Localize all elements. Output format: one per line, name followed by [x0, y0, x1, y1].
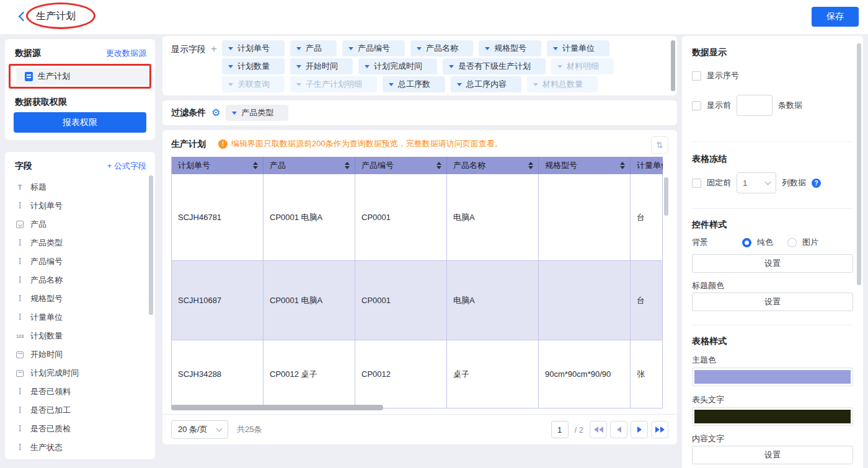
sort-arrows-icon[interactable]: [436, 162, 441, 169]
column-header[interactable]: 计量单位: [631, 157, 663, 174]
table-row[interactable]: SCJH10687 CP0001 电脑A CP0001 电脑A 台: [172, 261, 663, 340]
preview-table: 计划单号 产品 产品编号 产品名称 规格型号 计量单位 SCJH46781 CP…: [171, 157, 663, 408]
field-item[interactable]: 开始时间: [5, 345, 149, 364]
field-item[interactable]: 是否已加工: [5, 401, 149, 420]
table-cell: [539, 174, 631, 261]
back-icon[interactable]: [19, 12, 29, 22]
field-chip-disabled[interactable]: 材料明细: [551, 58, 614, 74]
field-item[interactable]: 规格型号: [5, 289, 149, 308]
display-fields-scrollbar[interactable]: [671, 40, 675, 91]
last-page-button[interactable]: [651, 421, 668, 438]
field-label: 生产状态: [30, 442, 63, 453]
field-item[interactable]: 计划单号: [5, 196, 149, 215]
field-item[interactable]: 计划数量: [5, 327, 149, 345]
text-icon: [15, 294, 25, 303]
freeze-row: 固定前 1 列数据 ?: [692, 172, 821, 193]
add-formula-field-link[interactable]: + 公式字段: [107, 161, 146, 172]
field-chip[interactable]: 总工序数: [383, 76, 445, 92]
datasource-item[interactable]: 生产计划: [16, 68, 151, 85]
field-item[interactable]: 计划完成时间: [5, 364, 149, 382]
field-chip[interactable]: 产品编号: [342, 40, 405, 56]
fields-scrollbar[interactable]: [149, 175, 153, 315]
field-item[interactable]: 产品名称: [5, 271, 149, 289]
freeze-checkbox[interactable]: [692, 179, 701, 188]
caret-down-icon: [228, 65, 233, 68]
notice-text: 编辑界面只取数据源前200条作为查询数据预览，完整数据请访问页面查看。: [231, 138, 503, 149]
report-permission-button[interactable]: 报表权限: [14, 112, 146, 133]
page-number-input[interactable]: [551, 421, 569, 438]
column-header[interactable]: 产品: [264, 157, 355, 174]
next-page-button[interactable]: [631, 421, 648, 438]
field-item[interactable]: 计量单位: [5, 308, 149, 327]
caret-down-icon: [557, 65, 562, 68]
sort-button[interactable]: [651, 136, 668, 154]
background-set-button[interactable]: 设置: [692, 254, 853, 273]
content-text-set-button[interactable]: 设置: [692, 446, 853, 464]
sort-arrows-icon[interactable]: [620, 162, 625, 169]
solid-radio-selected[interactable]: [742, 238, 751, 247]
title-color-set-button[interactable]: 设置: [692, 293, 853, 311]
prev-page-button[interactable]: [610, 421, 627, 438]
field-label: 产品类型: [30, 237, 63, 249]
field-chip-disabled[interactable]: 材料总数量: [527, 76, 598, 92]
field-chip[interactable]: 产品名称: [410, 40, 473, 56]
theme-color-swatch[interactable]: [692, 368, 853, 386]
field-item[interactable]: 是否已质检: [5, 420, 149, 438]
table-vertical-scrollbar[interactable]: [664, 177, 668, 216]
page-title[interactable]: 生产计划: [36, 10, 76, 27]
page-total: / 2: [575, 425, 583, 435]
field-chip[interactable]: 总工序内容: [451, 76, 521, 92]
save-button[interactable]: 保存: [812, 7, 859, 27]
first-page-button[interactable]: [590, 421, 607, 438]
show-top-checkbox[interactable]: [692, 101, 701, 110]
filter-chip[interactable]: 产品类型: [226, 105, 288, 121]
column-header[interactable]: 产品名称: [447, 157, 539, 174]
field-item-title[interactable]: 标题: [5, 178, 149, 196]
field-label: 标题: [30, 182, 46, 193]
content-text-label: 内容文字: [692, 433, 724, 444]
column-header[interactable]: 产品编号: [355, 157, 447, 174]
field-item[interactable]: 产品: [5, 215, 149, 234]
table-cell: CP0001: [355, 174, 447, 261]
table-style-title: 表格样式: [692, 336, 727, 347]
column-header[interactable]: 计划单号: [172, 157, 264, 174]
field-item[interactable]: 产品编号: [5, 252, 149, 271]
freeze-count-select[interactable]: 1: [737, 172, 776, 193]
change-datasource-link[interactable]: 更改数据源: [106, 48, 146, 59]
field-chip-disabled[interactable]: 关联查询: [222, 76, 285, 92]
field-chip[interactable]: 产品: [290, 40, 337, 56]
field-chip[interactable]: 是否有下级生产计划: [443, 58, 546, 74]
field-chip[interactable]: 计划数量: [222, 58, 285, 74]
field-chip-disabled[interactable]: 子生产计划明细: [290, 76, 377, 92]
settings-scrollbar[interactable]: [857, 43, 861, 285]
help-icon[interactable]: ?: [812, 179, 821, 188]
table-row[interactable]: SCJH34288 CP0012 桌子 CP0012 桌子 90cm*90cm*…: [172, 340, 663, 408]
column-header[interactable]: 规格型号: [539, 157, 631, 174]
fields-header: 字段 + 公式字段: [15, 161, 146, 172]
show-index-checkbox[interactable]: [692, 71, 701, 81]
table-row[interactable]: SCJH46781 CP0001 电脑A CP0001 电脑A 台: [172, 174, 663, 261]
sort-arrows-icon[interactable]: [345, 162, 350, 169]
caret-down-icon: [389, 83, 394, 86]
sort-arrows-icon[interactable]: [528, 162, 533, 169]
page-size-select[interactable]: 20 条/页: [171, 420, 228, 439]
show-top-input[interactable]: [737, 95, 773, 116]
field-item[interactable]: 产品类型: [5, 234, 149, 252]
field-chip[interactable]: 计划单号: [222, 40, 285, 56]
sort-arrows-icon[interactable]: [253, 162, 258, 169]
total-count: 共25条: [237, 424, 262, 435]
field-chip[interactable]: 计量单位: [547, 40, 609, 56]
field-chip[interactable]: 规格型号: [479, 40, 541, 56]
field-chip[interactable]: 开始时间: [290, 58, 353, 74]
table-cell: 张: [631, 340, 663, 408]
table-cell: CP0001 电脑A: [264, 174, 355, 261]
add-display-field-button[interactable]: +: [211, 43, 217, 55]
header-text-swatch[interactable]: [692, 407, 853, 426]
table-horizontal-scrollbar[interactable]: [171, 405, 383, 410]
gear-icon[interactable]: ⚙︎: [211, 108, 220, 118]
field-chip[interactable]: 计划完成时间: [358, 58, 437, 74]
caret-down-icon: [449, 65, 454, 68]
field-item[interactable]: 生产状态: [5, 438, 149, 457]
image-radio[interactable]: [787, 238, 797, 247]
field-item[interactable]: 是否已领料: [5, 382, 149, 401]
